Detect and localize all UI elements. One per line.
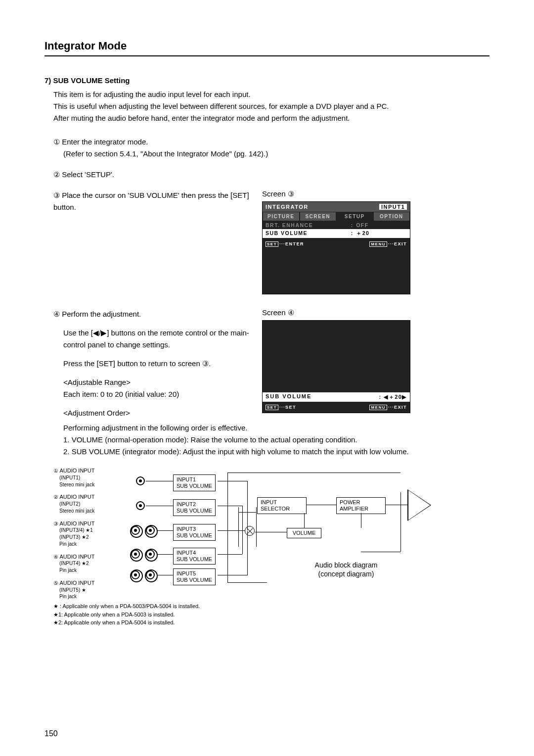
section-number: 7) bbox=[44, 76, 51, 85]
step-3: ③ Place the cursor on 'SUB VOLUME' then … bbox=[53, 189, 252, 213]
sv-box-2: INPUT2 SUB VOLUME bbox=[173, 499, 216, 516]
section-heading-text: SUB VOLUME Setting bbox=[53, 76, 130, 85]
screen-3-label: Screen ③ bbox=[262, 189, 490, 198]
osd4-foot-menu-txt: ···EXIT bbox=[388, 405, 407, 410]
adj-order-line-3: 2. SUB VOLUME (integrator mode): Adjust … bbox=[63, 446, 490, 458]
volume-box: VOLUME bbox=[287, 528, 321, 538]
osd4-value: : ◀＋20▶ bbox=[379, 393, 407, 401]
footnote-star1: ★1: Applicable only when a PDA-5003 is i… bbox=[53, 611, 490, 619]
step-4-detail-b: Press the [SET] button to return to scre… bbox=[63, 358, 252, 370]
osd3-row1-value: OFF bbox=[356, 222, 407, 228]
jack-4b-icon bbox=[146, 550, 155, 559]
jack-3b-icon bbox=[146, 526, 155, 535]
step-4-detail-a: Use the [◀/▶] buttons on the remote cont… bbox=[63, 327, 252, 351]
sv-box-4: INPUT4 SUB VOLUME bbox=[173, 548, 216, 565]
page-title: Integrator Mode bbox=[44, 40, 490, 56]
speaker-icon bbox=[407, 489, 431, 521]
osd4-foot-set-key: SET bbox=[266, 405, 278, 410]
osd3-row2-label: SUB VOLUME bbox=[266, 230, 348, 237]
jack-4a-icon bbox=[131, 550, 140, 559]
audio-input-1: ① AUDIO INPUT (INPUT1) Stereo mini jack bbox=[53, 468, 133, 488]
jack-3a-icon bbox=[131, 526, 140, 535]
osd3-foot-menu-key: MENU bbox=[369, 241, 387, 247]
footnote-star2: ★2: Applicable only when a PDA-5004 is i… bbox=[53, 618, 490, 627]
osd3-tab-screen: SCREEN bbox=[300, 212, 337, 221]
osd3-tabs: PICTURE SCREEN SETUP OPTION bbox=[263, 212, 410, 221]
diagram-caption: Audio block diagram (concept diagram) bbox=[292, 561, 400, 578]
audio-block-diagram: ① AUDIO INPUT (INPUT1) Stereo mini jack … bbox=[44, 468, 490, 596]
adj-order-line-1: Performing adjustment in the following o… bbox=[63, 422, 490, 434]
audio-input-3: ③ AUDIO INPUT (INPUT3/4) ★1 (INPUT3) ★2 … bbox=[53, 520, 133, 548]
sv-box-1: INPUT1 SUB VOLUME bbox=[173, 474, 216, 491]
section-heading: 7) SUB VOLUME Setting bbox=[44, 76, 490, 85]
step-2: ② Select 'SETUP'. bbox=[53, 169, 490, 181]
step-4: ④ Perform the adjustment. bbox=[53, 308, 252, 320]
step-1-note: (Refer to section 5.4.1, "About the Inte… bbox=[63, 148, 490, 160]
osd3-foot-menu-txt: ···EXIT bbox=[388, 241, 407, 246]
osd3-foot-set-key: SET bbox=[266, 241, 278, 247]
intro-line-2: This is useful when adjusting the level … bbox=[53, 100, 490, 112]
sv-box-5: INPUT5 SUB VOLUME bbox=[173, 568, 216, 585]
cross-node-icon bbox=[245, 526, 255, 536]
osd3-row1-label: BRT. ENHANCE bbox=[266, 222, 348, 228]
step-1: ① Enter the integrator mode. bbox=[53, 136, 490, 148]
jack-2-icon bbox=[136, 501, 145, 510]
osd4-foot-set-txt: ···SET bbox=[279, 405, 296, 410]
adjustment-order-head: <Adjustment Order> bbox=[63, 407, 252, 419]
adj-order-line-2: 1. VOLUME (normal-operation mode): Raise… bbox=[63, 434, 490, 446]
intro-line-3: After muting the audio before hand, ente… bbox=[53, 112, 490, 124]
osd-screen-4: SUB VOLUME : ◀＋20▶ SET···SET MENU···EXIT bbox=[262, 320, 410, 413]
power-amplifier-box: POWER AMPLIFIER bbox=[336, 497, 386, 514]
osd3-title: INTEGRATOR bbox=[266, 204, 309, 210]
osd3-row2-value: ＋20 bbox=[356, 230, 407, 237]
osd3-source: INPUT1 bbox=[379, 204, 407, 210]
audio-input-5: ⑤ AUDIO INPUT (INPUT5) ★ Pin jack bbox=[53, 580, 133, 600]
input-selector-box: INPUT SELECTOR bbox=[257, 497, 307, 514]
osd3-foot-set-txt: ···ENTER bbox=[279, 241, 304, 246]
intro-line-1: This item is for adjusting the audio inp… bbox=[53, 89, 490, 100]
jack-5a-icon bbox=[131, 570, 140, 579]
page-number: 150 bbox=[44, 729, 58, 738]
osd3-tab-picture: PICTURE bbox=[263, 212, 300, 221]
adjustable-range-value: Each item: 0 to 20 (initial value: 20) bbox=[63, 388, 252, 400]
osd3-tab-option: OPTION bbox=[373, 212, 410, 221]
sv-box-3: INPUT3 SUB VOLUME bbox=[173, 524, 216, 541]
screen-4-label: Screen ④ bbox=[262, 308, 490, 317]
adjustable-range-head: <Adjustable Range> bbox=[63, 377, 252, 388]
osd4-label: SUB VOLUME bbox=[266, 393, 379, 401]
audio-input-2: ② AUDIO INPUT (INPUT2) Stereo mini jack bbox=[53, 494, 133, 514]
osd-screen-3: INTEGRATOR INPUT1 PICTURE SCREEN SETUP O… bbox=[262, 201, 410, 294]
osd3-tab-setup: SETUP bbox=[336, 212, 373, 221]
audio-input-4: ④ AUDIO INPUT (INPUT4) ★2 Pin jack bbox=[53, 554, 133, 574]
jack-1-icon bbox=[136, 476, 145, 485]
osd4-foot-menu-key: MENU bbox=[369, 405, 387, 410]
jack-5b-icon bbox=[146, 570, 155, 579]
